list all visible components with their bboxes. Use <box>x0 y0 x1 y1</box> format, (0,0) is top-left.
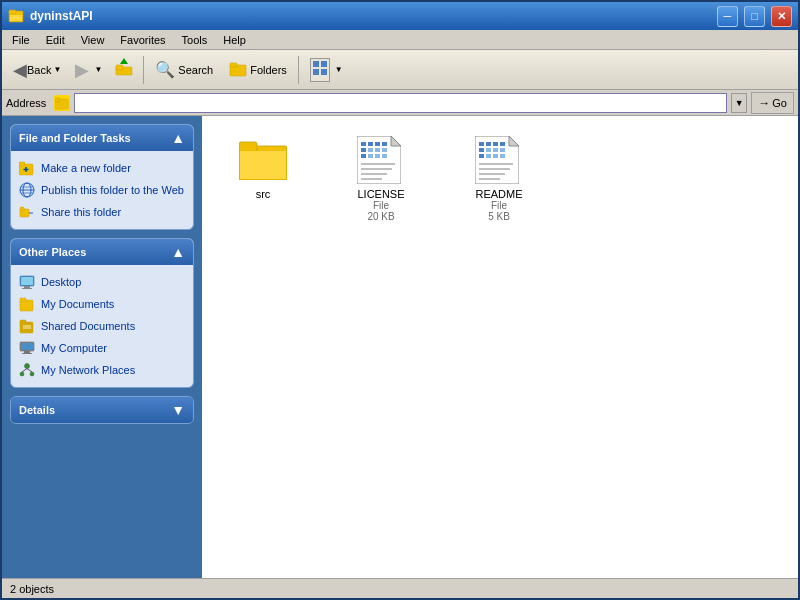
places-section-header[interactable]: Other Places ▲ <box>11 239 193 265</box>
folders-icon <box>229 59 247 81</box>
svg-rect-79 <box>500 154 505 158</box>
details-collapse-icon: ▼ <box>171 402 185 418</box>
details-section: Details ▼ <box>10 396 194 424</box>
menu-tools[interactable]: Tools <box>174 32 216 48</box>
views-dropdown-icon: ▼ <box>335 65 343 74</box>
my-computer-icon <box>19 340 35 356</box>
svg-rect-11 <box>321 69 327 75</box>
make-new-folder-label: Make a new folder <box>41 162 131 174</box>
back-button[interactable]: ◀ Back ▼ <box>6 54 68 86</box>
menu-edit[interactable]: Edit <box>38 32 73 48</box>
forward-button[interactable]: ▶ ▼ <box>70 54 107 86</box>
maximize-button[interactable]: □ <box>744 6 765 27</box>
statusbar-text: 2 objects <box>10 583 54 595</box>
svg-rect-61 <box>382 154 387 158</box>
toolbar-sep-1 <box>143 56 144 84</box>
svg-point-41 <box>20 372 24 376</box>
window: dyninstAPI ─ □ ✕ File Edit View Favorite… <box>0 0 800 600</box>
svg-rect-54 <box>361 148 366 152</box>
my-documents-icon <box>19 296 35 312</box>
shared-documents-link[interactable]: Shared Documents <box>17 317 187 335</box>
svg-rect-68 <box>479 142 484 146</box>
svg-rect-7 <box>230 63 237 67</box>
desktop-label: Desktop <box>41 276 81 288</box>
new-folder-icon <box>19 160 35 176</box>
views-icon <box>310 58 330 82</box>
up-icon <box>114 57 134 82</box>
svg-rect-39 <box>21 343 33 350</box>
places-section: Other Places ▲ Desktop <box>10 238 194 388</box>
svg-rect-1 <box>9 10 16 14</box>
svg-rect-69 <box>486 142 491 146</box>
desktop-link[interactable]: Desktop <box>17 273 187 291</box>
search-icon: 🔍 <box>155 60 175 79</box>
file-name: LICENSE <box>357 188 404 200</box>
titlebar: dyninstAPI ─ □ ✕ <box>2 2 798 30</box>
share-folder-link[interactable]: Share this folder <box>17 203 187 221</box>
forward-dropdown-icon: ▼ <box>94 65 102 74</box>
views-button[interactable]: ▼ <box>303 54 350 86</box>
minimize-button[interactable]: ─ <box>717 6 738 27</box>
svg-rect-55 <box>368 148 373 152</box>
places-section-content: Desktop My Documents <box>11 265 193 387</box>
my-network-label: My Network Places <box>41 364 135 376</box>
close-button[interactable]: ✕ <box>771 6 792 27</box>
address-dropdown-button[interactable]: ▼ <box>731 93 747 113</box>
svg-rect-33 <box>20 320 26 324</box>
left-panel: File and Folder Tasks ▲ M <box>2 116 202 578</box>
go-button[interactable]: → Go <box>751 92 794 114</box>
tasks-section-header[interactable]: File and Folder Tasks ▲ <box>11 125 193 151</box>
back-icon: ◀ <box>13 59 27 81</box>
file-name: README <box>475 188 522 200</box>
up-button[interactable] <box>109 54 139 86</box>
menubar: File Edit View Favorites Tools Help <box>2 30 798 50</box>
details-section-header[interactable]: Details ▼ <box>11 397 193 423</box>
list-item[interactable]: README File 5 KB <box>454 132 544 242</box>
back-dropdown-icon: ▼ <box>53 65 61 74</box>
publish-folder-label: Publish this folder to the Web <box>41 184 184 196</box>
addressbar: Address C:\Documents and Settings\munca\… <box>2 90 798 116</box>
details-section-title: Details <box>19 404 55 416</box>
svg-marker-49 <box>391 136 401 146</box>
folders-button[interactable]: Folders <box>222 54 294 86</box>
svg-rect-74 <box>493 148 498 152</box>
my-computer-label: My Computer <box>41 342 107 354</box>
publish-folder-link[interactable]: Publish this folder to the Web <box>17 181 187 199</box>
svg-rect-53 <box>382 142 387 146</box>
svg-rect-9 <box>321 61 327 67</box>
go-arrow-icon: → <box>758 96 770 110</box>
svg-rect-27 <box>24 286 30 288</box>
svg-point-40 <box>25 364 30 369</box>
toolbar: ◀ Back ▼ ▶ ▼ 🔍 Search <box>2 50 798 90</box>
file-area: src <box>202 116 798 578</box>
list-item[interactable]: LICENSE File 20 KB <box>336 132 426 242</box>
publish-icon <box>19 182 35 198</box>
my-network-link[interactable]: My Network Places <box>17 361 187 379</box>
svg-rect-78 <box>493 154 498 158</box>
svg-rect-37 <box>24 351 30 353</box>
forward-icon: ▶ <box>75 59 89 81</box>
search-button[interactable]: 🔍 Search <box>148 54 220 86</box>
window-icon <box>8 7 24 25</box>
my-computer-link[interactable]: My Computer <box>17 339 187 357</box>
svg-rect-70 <box>493 142 498 146</box>
list-item[interactable]: src <box>218 132 308 242</box>
svg-rect-57 <box>382 148 387 152</box>
svg-marker-5 <box>120 58 128 64</box>
make-new-folder-link[interactable]: Make a new folder <box>17 159 187 177</box>
menu-view[interactable]: View <box>73 32 113 48</box>
desktop-icon <box>19 274 35 290</box>
share-folder-label: Share this folder <box>41 206 121 218</box>
file-size: 5 KB <box>488 211 510 222</box>
main-area: File and Folder Tasks ▲ M <box>2 116 798 578</box>
svg-rect-31 <box>20 298 26 302</box>
svg-rect-8 <box>313 61 319 67</box>
svg-point-42 <box>30 372 34 376</box>
menu-file[interactable]: File <box>4 32 38 48</box>
tasks-section-title: File and Folder Tasks <box>19 132 131 144</box>
file-size: 20 KB <box>367 211 394 222</box>
my-documents-link[interactable]: My Documents <box>17 295 187 313</box>
address-input[interactable]: C:\Documents and Settings\munca\Desktop\… <box>74 93 727 113</box>
menu-help[interactable]: Help <box>215 32 254 48</box>
menu-favorites[interactable]: Favorites <box>112 32 173 48</box>
